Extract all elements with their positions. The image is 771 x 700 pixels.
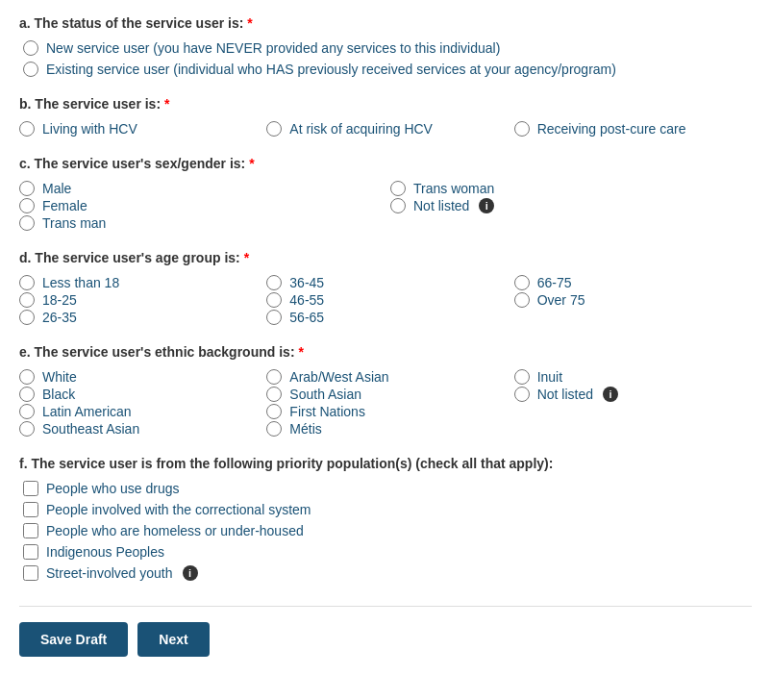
save-draft-button[interactable]: Save Draft	[19, 622, 128, 657]
radio-row: Not listed i	[514, 387, 752, 402]
age-66-75-radio[interactable]	[514, 275, 530, 290]
black-label[interactable]: Black	[42, 387, 75, 402]
radio-row: White	[19, 369, 257, 385]
age-18-25-radio[interactable]	[19, 292, 35, 308]
white-radio[interactable]	[19, 369, 35, 385]
status-new-label[interactable]: New service user (you have NEVER provide…	[46, 40, 500, 56]
radio-row: Trans man	[19, 215, 381, 231]
radio-row: Trans woman	[390, 181, 752, 196]
section-b: b. The service user is: * Living with HC…	[19, 96, 752, 138]
male-label[interactable]: Male	[42, 181, 71, 196]
homeless-label[interactable]: People who are homeless or under-housed	[46, 523, 304, 538]
arab-west-asian-label[interactable]: Arab/West Asian	[289, 369, 388, 385]
section-f-label: f. The service user is from the followin…	[19, 456, 752, 471]
age-under18-label[interactable]: Less than 18	[42, 275, 119, 290]
section-c-label: c. The service user's sex/gender is: *	[19, 156, 752, 171]
post-cure-label[interactable]: Receiving post-cure care	[537, 121, 686, 137]
not-listed-ethnicity-label[interactable]: Not listed	[537, 387, 593, 402]
south-asian-radio[interactable]	[266, 387, 282, 402]
age-26-35-label[interactable]: 26-35	[42, 310, 77, 325]
at-risk-radio[interactable]	[266, 121, 282, 137]
trans-woman-radio[interactable]	[390, 181, 406, 196]
radio-row: Living with HCV	[19, 121, 257, 137]
people-drugs-checkbox[interactable]	[23, 481, 38, 496]
first-nations-label[interactable]: First Nations	[289, 404, 365, 419]
trans-woman-label[interactable]: Trans woman	[413, 181, 494, 196]
black-radio[interactable]	[19, 387, 35, 402]
age-36-45-label[interactable]: 36-45	[289, 275, 324, 290]
not-listed-gender-label[interactable]: Not listed	[413, 198, 469, 213]
checkbox-row: Indigenous Peoples	[23, 544, 752, 560]
age-18-25-label[interactable]: 18-25	[42, 292, 77, 308]
status-existing-radio[interactable]	[23, 62, 38, 77]
radio-row: Male	[19, 181, 381, 196]
radio-row: Female	[19, 198, 381, 213]
checkbox-row: People who use drugs	[23, 481, 752, 496]
indigenous-peoples-checkbox[interactable]	[23, 544, 38, 560]
radio-row: Latin American	[19, 404, 257, 419]
post-cure-radio[interactable]	[514, 121, 530, 137]
street-youth-info-icon[interactable]: i	[183, 565, 198, 581]
southeast-asian-radio[interactable]	[19, 421, 35, 437]
homeless-checkbox[interactable]	[23, 523, 38, 538]
age-66-75-label[interactable]: 66-75	[537, 275, 572, 290]
first-nations-radio[interactable]	[266, 404, 282, 419]
section-c: c. The service user's sex/gender is: * M…	[19, 156, 752, 233]
next-button[interactable]: Next	[137, 622, 209, 657]
street-youth-checkbox[interactable]	[23, 565, 38, 581]
male-radio[interactable]	[19, 181, 35, 196]
latin-american-radio[interactable]	[19, 404, 35, 419]
status-existing-label[interactable]: Existing service user (individual who HA…	[46, 62, 616, 77]
not-listed-ethnicity-radio[interactable]	[514, 387, 530, 402]
metis-label[interactable]: Métis	[289, 421, 321, 437]
female-label[interactable]: Female	[42, 198, 87, 213]
living-hcv-radio[interactable]	[19, 121, 35, 137]
section-a: a. The status of the service user is: * …	[19, 15, 752, 79]
section-b-label: b. The service user is: *	[19, 96, 752, 112]
section-e-col1: White Black Latin American Southeast Asi…	[19, 369, 257, 438]
checkbox-row: People involved with the correctional sy…	[23, 502, 752, 517]
white-label[interactable]: White	[42, 369, 77, 385]
section-c-col1: Male Female Trans man	[19, 181, 381, 233]
radio-row: First Nations	[266, 404, 504, 419]
street-youth-label[interactable]: Street-involved youth	[46, 565, 173, 581]
living-hcv-label[interactable]: Living with HCV	[42, 121, 137, 137]
age-56-65-radio[interactable]	[266, 310, 282, 325]
not-listed-gender-info-icon[interactable]: i	[479, 198, 494, 213]
age-over75-label[interactable]: Over 75	[537, 292, 585, 308]
age-56-65-label[interactable]: 56-65	[289, 310, 324, 325]
female-radio[interactable]	[19, 198, 35, 213]
at-risk-label[interactable]: At risk of acquiring HCV	[289, 121, 433, 137]
correctional-system-label[interactable]: People involved with the correctional sy…	[46, 502, 311, 517]
radio-row: Southeast Asian	[19, 421, 257, 437]
southeast-asian-label[interactable]: Southeast Asian	[42, 421, 139, 437]
inuit-radio[interactable]	[514, 369, 530, 385]
age-46-55-label[interactable]: 46-55	[289, 292, 324, 308]
age-26-35-radio[interactable]	[19, 310, 35, 325]
section-a-label: a. The status of the service user is: *	[19, 15, 752, 31]
radio-row: 36-45	[266, 275, 504, 290]
radio-row: 46-55	[266, 292, 504, 308]
trans-man-radio[interactable]	[19, 215, 35, 231]
not-listed-gender-radio[interactable]	[390, 198, 406, 213]
age-under18-radio[interactable]	[19, 275, 35, 290]
people-drugs-label[interactable]: People who use drugs	[46, 481, 180, 496]
radio-row: Existing service user (individual who HA…	[23, 62, 752, 77]
status-new-radio[interactable]	[23, 40, 38, 56]
age-over75-radio[interactable]	[514, 292, 530, 308]
correctional-system-checkbox[interactable]	[23, 502, 38, 517]
age-36-45-radio[interactable]	[266, 275, 282, 290]
trans-man-label[interactable]: Trans man	[42, 215, 106, 231]
section-c-col2: Trans woman Not listed i	[390, 181, 752, 233]
metis-radio[interactable]	[266, 421, 282, 437]
radio-row: Inuit	[514, 369, 752, 385]
section-d-col3: 66-75 Over 75	[514, 275, 752, 327]
arab-west-asian-radio[interactable]	[266, 369, 282, 385]
age-46-55-radio[interactable]	[266, 292, 282, 308]
not-listed-ethnicity-info-icon[interactable]: i	[603, 387, 618, 402]
latin-american-label[interactable]: Latin American	[42, 404, 132, 419]
radio-row: Black	[19, 387, 257, 402]
indigenous-peoples-label[interactable]: Indigenous Peoples	[46, 544, 164, 560]
south-asian-label[interactable]: South Asian	[289, 387, 361, 402]
inuit-label[interactable]: Inuit	[537, 369, 562, 385]
